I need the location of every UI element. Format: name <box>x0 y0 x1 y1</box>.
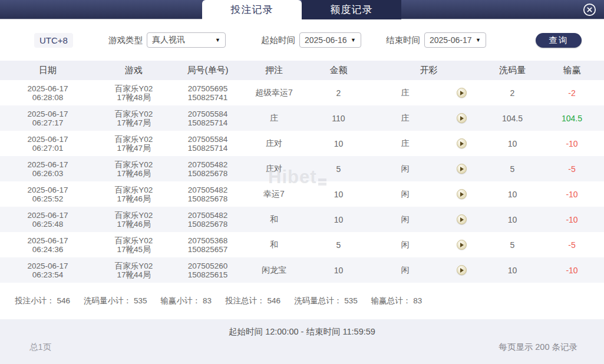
cell-date: 2025-06-17 06:26:03 <box>0 156 95 181</box>
cell-replay <box>438 105 485 131</box>
start-date-value: 2025-06-16 <box>305 35 347 45</box>
cell-bet: 和 <box>243 232 305 257</box>
cell-winloss: -10 <box>540 257 604 283</box>
summary-item: 输赢总计：83 <box>371 296 423 306</box>
cell-result: 闲 <box>372 257 438 283</box>
table-row: 2025-06-17 06:27:17 百家乐Y02 17靴47局 207505… <box>0 105 604 131</box>
betting-records-window: 投注记录 额度记录 UTC+8 游戏类型 真人视讯 ▼ 起始时间 2025-06… <box>0 0 604 364</box>
cell-round: 207505584 150825714 <box>172 105 243 131</box>
records-table: 日期 游戏 局号(单号) 押注 金额 开彩 洗码量 输赢 2025-06-17 … <box>0 61 604 283</box>
table-row: 2025-06-17 06:27:01 百家乐Y02 17靴47局 207505… <box>0 131 604 156</box>
tab-bar: 投注记录 额度记录 <box>202 0 401 19</box>
game-type-value: 真人视讯 <box>152 35 185 45</box>
cell-rolling: 10 <box>485 207 540 232</box>
col-header-round: 局号(单号) <box>172 61 243 80</box>
query-button[interactable]: 查询 <box>536 33 582 48</box>
timezone-badge: UTC+8 <box>34 33 73 48</box>
cell-game: 百家乐Y02 17靴48局 <box>95 80 172 105</box>
cell-result: 庄 <box>372 105 438 131</box>
play-replay-icon[interactable] <box>457 113 467 123</box>
col-header-winloss: 输赢 <box>540 61 604 80</box>
cell-bet: 和 <box>243 207 305 232</box>
cell-winloss: -10 <box>540 181 604 207</box>
end-date-select[interactable]: 2025-06-17 ▼ <box>424 32 486 48</box>
cell-date: 2025-06-17 06:28:08 <box>0 80 95 105</box>
winloss-value: -10 <box>566 190 577 199</box>
play-replay-icon[interactable] <box>457 214 467 224</box>
cell-bet: 超级幸运7 <box>243 80 305 105</box>
cell-bet: 庄对 <box>243 131 305 156</box>
cell-amount: 10 <box>305 181 372 207</box>
cell-game: 百家乐Y02 17靴47局 <box>95 131 172 156</box>
filter-bar: UTC+8 游戏类型 真人视讯 ▼ 起始时间 2025-06-16 ▼ 结束时间… <box>0 19 604 61</box>
per-page-label: 每页显示 200 条记录 <box>499 342 577 353</box>
game-type-select[interactable]: 真人视讯 ▼ <box>147 32 226 48</box>
tab-betting-records[interactable]: 投注记录 <box>202 0 302 19</box>
cell-game: 百家乐Y02 17靴46局 <box>95 181 172 207</box>
cell-round: 207505482 150825678 <box>172 207 243 232</box>
table-row: 2025-06-17 06:26:03 百家乐Y02 17靴46局 207505… <box>0 156 604 181</box>
col-header-date: 日期 <box>0 61 95 80</box>
close-icon[interactable] <box>583 3 596 16</box>
cell-rolling: 104.5 <box>485 105 540 131</box>
cell-winloss: -2 <box>540 80 604 105</box>
chevron-down-icon: ▼ <box>351 37 356 43</box>
cell-result: 庄 <box>372 80 438 105</box>
table-body: 2025-06-17 06:28:08 百家乐Y02 17靴48局 207505… <box>0 80 604 283</box>
start-date-select[interactable]: 2025-06-16 ▼ <box>299 32 361 48</box>
cell-winloss: 104.5 <box>540 105 604 131</box>
cell-result: 闲 <box>372 207 438 232</box>
cell-result: 闲 <box>372 156 438 181</box>
table-row: 2025-06-17 06:28:08 百家乐Y02 17靴48局 207505… <box>0 80 604 105</box>
cell-replay <box>438 257 485 283</box>
play-replay-icon[interactable] <box>457 164 467 174</box>
winloss-value: -10 <box>566 266 577 275</box>
cell-bet: 幸运7 <box>243 181 305 207</box>
cell-rolling: 10 <box>485 181 540 207</box>
cell-round: 207505482 150825678 <box>172 156 243 181</box>
cell-rolling: 5 <box>485 156 540 181</box>
cell-amount: 5 <box>305 156 372 181</box>
summary-item: 输赢小计：83 <box>161 296 212 306</box>
end-date-value: 2025-06-17 <box>430 35 472 45</box>
cell-replay <box>438 207 485 232</box>
col-header-amount: 金额 <box>305 61 372 80</box>
table-row: 2025-06-17 06:24:36 百家乐Y02 17靴45局 207505… <box>0 232 604 257</box>
cell-round: 207505482 150825678 <box>172 181 243 207</box>
cell-game: 百家乐Y02 17靴45局 <box>95 232 172 257</box>
cell-rolling: 10 <box>485 257 540 283</box>
cell-rolling: 10 <box>485 131 540 156</box>
cell-result: 庄 <box>372 131 438 156</box>
play-replay-icon[interactable] <box>457 189 467 199</box>
cell-game: 百家乐Y02 17靴46局 <box>95 156 172 181</box>
end-time-label: 结束时间 <box>386 35 420 46</box>
play-replay-icon[interactable] <box>457 88 467 98</box>
cell-game: 百家乐Y02 17靴44局 <box>95 257 172 283</box>
summary-item: 洗码量总计：535 <box>294 296 358 306</box>
summary-item: 洗码量小计：535 <box>84 296 147 306</box>
cell-round: 207505695 150825741 <box>172 80 243 105</box>
play-replay-icon[interactable] <box>457 138 467 148</box>
tab-quota-records[interactable]: 额度记录 <box>302 0 401 19</box>
cell-date: 2025-06-17 06:27:01 <box>0 131 95 156</box>
col-header-rolling: 洗码量 <box>485 61 540 80</box>
table-row: 2025-06-17 06:23:54 百家乐Y02 17靴44局 207505… <box>0 257 604 283</box>
cell-result: 闲 <box>372 181 438 207</box>
total-pages-label: 总1页 <box>29 342 51 353</box>
start-time-label: 起始时间 <box>261 35 295 46</box>
cell-amount: 10 <box>305 207 372 232</box>
cell-date: 2025-06-17 06:25:52 <box>0 181 95 207</box>
cell-round: 207505260 150825615 <box>172 257 243 283</box>
summary-bar: 投注小计：546 洗码量小计：535 输赢小计：83 投注总计：546 洗码量总… <box>0 283 604 319</box>
cell-replay <box>438 80 485 105</box>
game-type-label: 游戏类型 <box>108 35 143 46</box>
play-replay-icon[interactable] <box>457 265 467 275</box>
winloss-value: -5 <box>568 164 575 174</box>
col-header-bet: 押注 <box>243 61 305 80</box>
winloss-value: -2 <box>568 88 575 98</box>
play-replay-icon[interactable] <box>457 240 467 250</box>
col-header-result: 开彩 <box>372 61 485 80</box>
footer-bar: 起始时间 12:00:00 - 结束时间 11:59:59 总1页 每页显示 2… <box>0 319 604 364</box>
cell-rolling: 5 <box>485 232 540 257</box>
table-row: 2025-06-17 06:25:48 百家乐Y02 17靴46局 207505… <box>0 207 604 232</box>
